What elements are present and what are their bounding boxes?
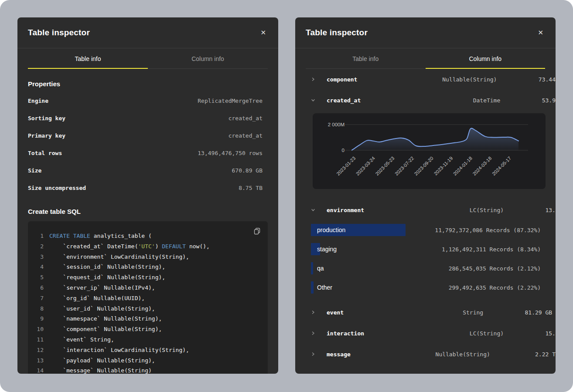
sql-line: 4 `session_id` Nullable(String), [28,262,268,272]
column-row-message[interactable]: message Nullable(String) 2.22 TB [306,344,545,365]
property-label: Total rows [28,150,62,156]
line-number: 8 [28,304,44,314]
sql-line: 9 `namespace` Nullable(String), [28,314,268,324]
column-size: 53.97 GB [500,97,556,104]
distribution-records: 11,792,372,086 Records (87.32%) [435,227,541,233]
table-inspector-dialog-right: Table inspector ✕ Table infoColumn info … [295,17,556,374]
sql-line: 13 `payload` Nullable(String), [28,355,268,366]
chevron-down-icon [311,98,317,102]
table-info-content: Properties Engine ReplicatedMergeTree So… [17,80,278,374]
column-type: String [344,309,483,316]
x-tick-label: 2024-01-18 [452,155,473,176]
line-code: `server_ip` Nullable(IPv4), [49,283,155,293]
line-code: CREATE TABLE analytics_table ( [49,231,152,241]
property-label: Size uncompressed [28,185,86,191]
close-button[interactable]: ✕ [258,28,269,38]
sql-line: 14 `message` Nullable(String) [28,365,268,374]
copy-button[interactable] [252,226,263,238]
dialog-header: Table inspector ✕ [295,17,556,48]
line-code: `event` String, [49,335,114,345]
column-row-interaction[interactable]: interaction LC(String) 15.17 GB [306,323,545,344]
column-row-component[interactable]: component Nullable(String) 73.44 GB [306,69,545,90]
column-name: message [327,351,351,358]
column-name: environment [327,207,364,213]
created-at-histogram: 2 000M02023-01-232023-03-242023-05-23202… [313,113,546,189]
environment-distribution: production 11,792,372,086 Records (87.32… [306,220,545,297]
property-label: Sorting key [28,115,65,122]
dialog-header: Table inspector ✕ [17,17,278,48]
sql-line: 10 `component` Nullable(String), [28,324,268,335]
distribution-records: 1,126,492,311 Records (8.34%) [442,246,541,253]
sql-code-block: 1 CREATE TABLE analytics_table ( 2 `crea… [28,221,268,374]
line-code: `payload` Nullable(String), [49,355,155,366]
property-value: 8.75 TB [239,185,268,191]
tab-column-info[interactable]: Column info [148,55,268,69]
column-list: component Nullable(String) 73.44 GB crea… [295,69,556,365]
column-name: created_at [327,97,361,104]
x-tick-label: 2024-05-17 [491,155,512,176]
column-size: 81.29 GB [483,309,556,316]
property-label: Primary key [28,132,65,139]
tab-table-info[interactable]: Table info [28,55,148,69]
property-row: Size 670.89 GB [28,162,268,179]
column-row-created_at[interactable]: created_at DateTime 53.97 GB [306,90,545,111]
column-type: DateTime [361,97,500,104]
column-name: event [327,309,344,316]
sql-line: 11 `event` String, [28,335,268,345]
property-value: created_at [229,115,268,122]
line-code: `interaction` LowCardinality(String), [49,345,189,355]
chevron-right-icon [311,352,315,356]
line-code: `session_id` Nullable(String), [49,262,165,272]
line-number: 13 [28,355,44,366]
property-value: 13,496,476,750 rows [198,150,268,156]
property-value: created_at [229,132,268,139]
distribution-label: staging [317,246,337,253]
column-type: LC(String) [364,330,504,337]
property-row: Sorting key created_at [28,109,268,127]
sql-line: 1 CREATE TABLE analytics_table ( [28,231,268,241]
line-number: 6 [28,283,44,293]
property-row: Size uncompressed 8.75 TB [28,179,268,196]
chevron-right-icon [311,77,315,81]
dialog-title: Table inspector [306,28,368,37]
y-tick-label: 2 000M [328,122,344,127]
sql-code-lines: 1 CREATE TABLE analytics_table ( 2 `crea… [28,231,268,374]
column-type: Nullable(String) [357,76,497,83]
close-icon: ✕ [538,29,543,37]
properties-heading: Properties [28,80,268,88]
properties-list: Engine ReplicatedMergeTree Sorting key c… [28,92,268,196]
area-fill [352,128,518,150]
close-button[interactable]: ✕ [535,28,546,38]
x-tick-label: 2023-01-23 [335,155,356,176]
tab-bar: Table infoColumn info [28,55,268,69]
sql-line: 7 `org_id` Nullable(UUID), [28,293,268,304]
y-tick-label: 0 [342,148,344,153]
page-background: Table inspector ✕ Table infoColumn info … [0,0,573,392]
distribution-label: production [317,226,345,233]
tab-table-info[interactable]: Table info [306,55,426,69]
x-tick-label: 2023-11-19 [433,155,454,176]
property-label: Size [28,167,41,174]
dialog-title: Table inspector [28,28,90,37]
column-name: component [327,76,357,83]
column-row-event[interactable]: event String 81.29 GB [306,302,545,323]
line-number: 12 [28,345,44,355]
distribution-bar [311,281,314,294]
property-label: Engine [28,98,48,104]
property-value: 670.89 GB [232,167,268,174]
chevron-right-icon [311,310,317,314]
property-row: Total rows 13,496,476,750 rows [28,144,268,162]
column-row-environment[interactable]: environment LC(String) 13.54 GB [306,199,545,220]
line-code: `component` Nullable(String), [49,324,162,335]
column-name: interaction [327,330,364,337]
chevron-down-icon [311,208,317,212]
line-number: 5 [28,272,44,283]
distribution-records: 286,545,035 Records (2.12%) [449,265,541,272]
sql-line: 12 `interaction` LowCardinality(String), [28,345,268,355]
tab-column-info[interactable]: Column info [426,55,546,69]
column-size: 13.54 GB [504,207,556,213]
chevron-down-icon [311,98,315,102]
tab-bar: Table infoColumn info [306,55,545,69]
distribution-records: 299,492,635 Records (2.22%) [449,284,541,291]
distribution-row: Other 299,492,635 Records (2.22%) [306,278,545,297]
